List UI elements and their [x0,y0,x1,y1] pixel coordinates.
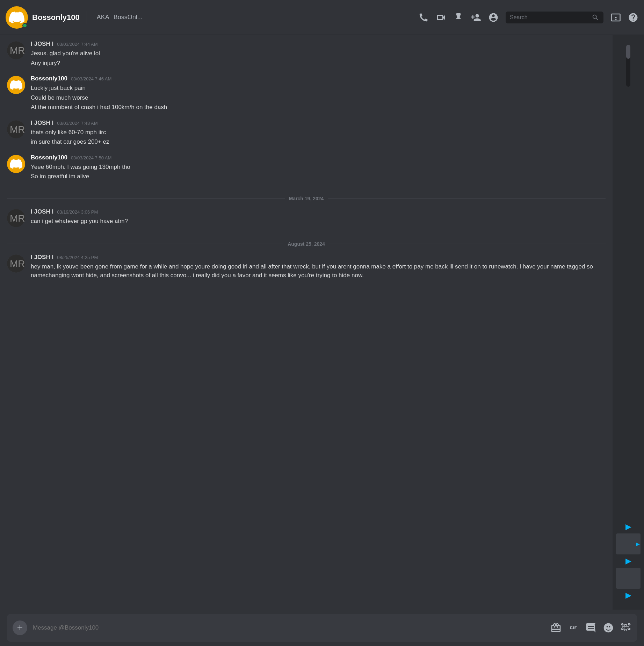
video-call-button[interactable] [436,12,446,23]
search-placeholder: Search [510,14,589,21]
gif-button[interactable] [568,622,579,633]
avatar: MR [7,120,25,138]
apps-icon [620,622,631,633]
message-text: Yeee 60mph. I was going 130mph tho [31,163,606,172]
sticker-icon [585,622,596,633]
message-group: Bossonly100 03/03/2024 7:46 AM Luckly ju… [7,75,606,113]
message-username: I JOSH I [31,41,53,48]
header-username: Bossonly100 [32,13,80,22]
bossonly-avatar-icon [10,79,22,91]
scroll-arrow[interactable]: ▶ [616,522,641,531]
message-username: I JOSH I [31,208,53,215]
message-username: I JOSH I [31,254,53,261]
divider-line [7,198,285,199]
scroll-arrow[interactable]: ▶ [616,557,641,566]
message-header: I JOSH I 03/03/2024 7:48 AM [31,120,606,127]
date-divider-text: March 19, 2024 [289,196,324,201]
message-text: Luckly just back pain [31,84,606,93]
message-timestamp: 08/25/2024 4:25 PM [57,255,98,260]
emoji-icon [603,622,614,633]
message-text: thats only like 60-70 mph iirc [31,128,606,137]
date-divider: August 25, 2024 [7,241,606,247]
gift-icon [550,622,562,633]
message-header: I JOSH I 03/19/2024 3:06 PM [31,208,606,215]
svg-text:MR: MR [10,124,25,135]
message-content: I JOSH I 03/19/2024 3:06 PM can i get wh… [31,208,606,227]
message-group: MR I JOSH I 03/03/2024 7:44 AM Jesus. gl… [7,41,606,68]
message-input-area [7,614,637,642]
header-aka-name: BossOnl... [114,14,143,21]
divider-line [7,244,283,244]
message-text: Any injury? [31,59,606,68]
message-group: MR I JOSH I 08/25/2024 4:25 PM hey man, … [7,254,606,281]
search-icon [592,14,599,21]
gift-button[interactable] [550,622,562,633]
message-content: I JOSH I 08/25/2024 4:25 PM hey man, ik … [31,254,606,281]
help-icon [628,12,638,23]
add-friend-button[interactable] [471,12,481,23]
pin-button[interactable] [453,12,464,23]
divider-line [329,244,606,244]
avatar [7,76,25,94]
bossonly-avatar-icon [10,158,22,170]
avatar: MR [7,209,25,227]
emoji-button[interactable] [603,622,614,633]
header-actions: Search [418,12,638,23]
gif-icon [568,622,579,633]
message-group: Bossonly100 03/03/2024 7:50 AM Yeee 60mp… [7,154,606,182]
message-input[interactable] [33,624,545,631]
message-timestamp: 03/03/2024 7:50 AM [71,155,111,160]
message-text: hey man, ik youve been gone from game fo… [31,262,606,280]
avatar [7,155,25,173]
phone-icon [418,12,429,23]
message-text: can i get whatever gp you have atm? [31,217,606,226]
right-sidebar: ▶ ▶ ▶ ▶ [613,35,644,610]
message-content: I JOSH I 03/03/2024 7:48 AM thats only l… [31,120,606,147]
discord-logo-icon [9,10,24,25]
header-divider [87,11,87,24]
message-content: Bossonly100 03/03/2024 7:46 AM Luckly ju… [31,75,606,113]
online-indicator [22,23,27,28]
message-header: Bossonly100 03/03/2024 7:50 AM [31,154,606,161]
profile-button[interactable] [488,12,499,23]
message-username: Bossonly100 [31,154,67,161]
sidebar-thumbnail: ▶ [616,533,641,554]
message-text: Could be much worse [31,93,606,102]
search-bar[interactable]: Search [506,12,603,23]
svg-text:MR: MR [10,213,25,224]
header-aka-label: AKA [97,14,109,21]
message-header: I JOSH I 03/03/2024 7:44 AM [31,41,606,48]
sticker-button[interactable] [585,622,596,633]
date-divider: March 19, 2024 [7,196,606,201]
svg-text:MR: MR [10,45,25,56]
call-button[interactable] [418,12,429,23]
scroll-arrow[interactable]: ▶ [616,591,641,600]
message-group: MR I JOSH I 03/19/2024 3:06 PM can i get… [7,208,606,227]
message-timestamp: 03/19/2024 3:06 PM [57,209,98,215]
josh-avatar-image: MR [7,41,25,59]
avatar: MR [7,41,25,59]
message-text: So im greatful im alive [31,172,606,181]
monitor-icon [610,12,621,23]
sidebar-thumbnail [616,568,641,589]
josh-avatar-image: MR [7,254,25,273]
header: Bossonly100 AKA BossOnl... [0,0,644,35]
help-button[interactable] [628,12,638,23]
date-divider-text: August 25, 2024 [288,241,325,247]
attachment-button[interactable] [13,620,27,635]
user-avatar-wrap [6,6,28,29]
message-timestamp: 03/03/2024 7:48 AM [57,121,97,126]
josh-avatar-image: MR [7,209,25,227]
plus-icon [16,624,24,632]
screen-share-button[interactable] [610,12,621,23]
message-group: MR I JOSH I 03/03/2024 7:48 AM thats onl… [7,120,606,147]
message-content: Bossonly100 03/03/2024 7:50 AM Yeee 60mp… [31,154,606,182]
message-content: I JOSH I 03/03/2024 7:44 AM Jesus. glad … [31,41,606,68]
josh-avatar-image: MR [7,120,25,138]
avatar: MR [7,254,25,273]
message-username: I JOSH I [31,120,53,127]
message-header: I JOSH I 08/25/2024 4:25 PM [31,254,606,261]
apps-button[interactable] [620,622,631,633]
add-friend-icon [471,12,481,23]
pin-icon [453,12,464,23]
